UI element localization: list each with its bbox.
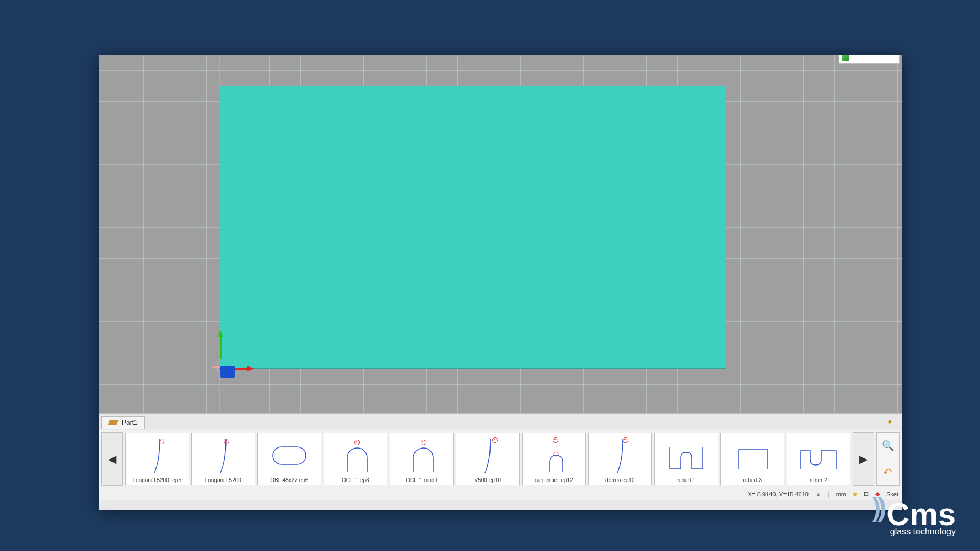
- gallery-prev-button[interactable]: ◀: [101, 432, 123, 486]
- thumb-label: V500 ep10: [475, 477, 501, 483]
- anchor-dot-icon: [421, 440, 426, 445]
- material-swatch-icon: [842, 55, 849, 61]
- gallery-thumb[interactable]: OCE 1 modif: [390, 433, 454, 485]
- gallery-thumb[interactable]: robert 1: [654, 433, 718, 485]
- thumb-label: OBL 45x27 ep6: [270, 477, 308, 483]
- app-window: Part1 ✦ ◀ Longoni L5200. ep5Longoni L520…: [99, 55, 902, 510]
- origin-gizmo[interactable]: [215, 359, 254, 381]
- gallery-thumb[interactable]: carpentier ep12: [522, 433, 586, 485]
- gallery-thumb[interactable]: Longoni L5200. ep5: [125, 433, 189, 485]
- brand-watermark: ))Cms glass technology: [872, 492, 956, 537]
- thumb-label: OCE 1 ep8: [342, 477, 369, 483]
- anchor-dot-icon: [553, 437, 558, 443]
- gallery-thumb[interactable]: OCE 1 ep8: [324, 433, 387, 485]
- thumb-label: Longoni L5200: [205, 477, 241, 483]
- undo-icon[interactable]: ↶: [883, 466, 892, 479]
- gallery-thumb[interactable]: V500 ep10: [456, 433, 520, 485]
- thumb-label: robert 3: [743, 477, 762, 483]
- anchor-dot-icon: [159, 439, 164, 444]
- status-bar: X=-8.9140, Y=15.4610 ▲ | mm ◆ ⊞ ◆ Sket: [99, 488, 902, 500]
- anchor-dot-icon: [354, 440, 360, 445]
- tab-part1[interactable]: Part1: [101, 416, 145, 429]
- anchor-dot-icon: [623, 437, 628, 443]
- thumb-label: Longoni L5200. ep5: [133, 477, 181, 483]
- snap-grid2-icon[interactable]: ⊞: [864, 490, 869, 498]
- thumb-label: robert 1: [677, 477, 696, 483]
- view-chip[interactable]: [839, 55, 900, 64]
- design-canvas[interactable]: [99, 55, 902, 413]
- x-axis-arrow-icon: [247, 366, 255, 371]
- y-axis-arrow-icon: [218, 329, 223, 337]
- zoom-icon[interactable]: 🔍: [882, 440, 894, 452]
- svg-rect-0: [273, 447, 306, 464]
- chevron-left-icon: ◀: [108, 452, 116, 466]
- gallery-thumb[interactable]: OBL 45x27 ep6: [257, 433, 321, 485]
- logo-arcs-icon: )): [872, 493, 883, 522]
- status-coords: X=-8.9140, Y=15.4610: [747, 491, 809, 498]
- thumb-label: carpentier ep12: [535, 477, 573, 483]
- warning-icon: ▲: [815, 491, 821, 498]
- anchor-dot-icon: [224, 439, 229, 444]
- glass-part[interactable]: [219, 86, 726, 369]
- add-tab-icon[interactable]: ✦: [886, 417, 896, 427]
- part-icon: [107, 420, 119, 425]
- gallery-tools: 🔍 ↶: [876, 432, 900, 486]
- chevron-right-icon: ▶: [859, 452, 868, 466]
- gallery-thumb[interactable]: robert2: [787, 433, 850, 485]
- status-unit: mm: [836, 491, 846, 498]
- origin-handle-icon[interactable]: [220, 366, 235, 378]
- document-tab-strip: Part1 ✦: [99, 413, 902, 430]
- gallery-thumb[interactable]: robert 3: [720, 433, 784, 485]
- gallery-next-button[interactable]: ▶: [853, 432, 874, 486]
- svg-point-1: [554, 452, 558, 456]
- thumb-label: OCE 1 modif: [406, 477, 437, 483]
- anchor-dot-icon: [492, 437, 498, 443]
- gallery-thumb[interactable]: Longoni L5200: [191, 433, 255, 485]
- snap-grid-icon[interactable]: ◆: [853, 490, 857, 498]
- thumb-label: robert2: [810, 477, 827, 483]
- gallery-thumb[interactable]: dorma ep10: [588, 433, 652, 485]
- tab-label: Part1: [122, 419, 138, 426]
- shape-gallery: ◀ Longoni L5200. ep5Longoni L5200OBL 45x…: [99, 430, 902, 488]
- thumb-label: dorma ep10: [605, 477, 634, 483]
